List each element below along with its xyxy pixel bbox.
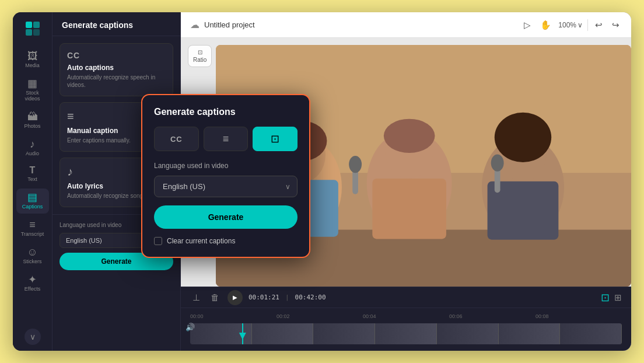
app-logo (22, 18, 43, 39)
play-icon: ▶ (233, 294, 237, 301)
panel-title: Generate captions (52, 12, 180, 36)
sidebar-more-button[interactable]: ∨ (24, 329, 41, 345)
ruler-mark-4: 00:08 (536, 313, 622, 319)
track-segment-2 (252, 323, 314, 344)
trim-tool-button[interactable]: ⊥ (190, 290, 202, 305)
svg-point-22 (495, 113, 551, 162)
timeline-track[interactable] (190, 323, 622, 344)
undo-button[interactable]: ↩ (593, 18, 605, 33)
zoom-selector[interactable]: 100% ∨ (558, 21, 583, 29)
topbar-controls: ▷ ✋ 100% ∨ ↩ ↪ (522, 18, 622, 33)
manual-captions-tab-icon: ≡ (223, 133, 229, 145)
captions-icon: ▤ (27, 192, 37, 203)
sidebar-item-stickers-label: Stickers (23, 259, 41, 265)
transcript-icon: ≡ (29, 219, 36, 230)
sidebar-item-transcript-label: Transcript (21, 232, 44, 238)
svg-rect-2 (26, 29, 32, 36)
modal-tab-auto[interactable]: CC (154, 127, 199, 151)
track-segment-6 (499, 323, 561, 344)
svg-point-19 (491, 155, 504, 172)
media-icon: 🖼 (27, 51, 38, 61)
sidebar-item-text[interactable]: T Text (16, 162, 49, 186)
auto-captions-icon: CC (67, 51, 166, 60)
total-time: 00:42:00 (295, 294, 326, 301)
track-segment-4 (375, 323, 437, 344)
timeline-ruler: 00:00 00:02 00:04 00:06 00:08 (190, 312, 622, 321)
svg-rect-0 (26, 22, 32, 28)
sidebar-item-captions[interactable]: ▤ Captions (16, 189, 49, 214)
auto-captions-card[interactable]: CC Auto captions Automatically recognize… (60, 43, 173, 96)
modal-tab-manual[interactable]: ≡ (204, 127, 249, 151)
timeline-controls: ⊥ 🗑 ▶ 00:01:21 | 00:42:00 ⊡ ⊞ (181, 287, 631, 308)
generate-captions-modal: Generate captions CC ≡ ⊡ Language used i… (141, 94, 310, 258)
sidebar-item-audio-label: Audio (26, 151, 39, 157)
redo-button[interactable]: ↪ (610, 18, 622, 33)
photos-icon: 🏔 (27, 111, 38, 122)
track-segment-3 (313, 323, 375, 344)
clear-captions-label: Clear current captions (167, 237, 235, 245)
play-button[interactable]: ▶ (228, 290, 243, 305)
timeline-needle (242, 323, 243, 344)
ruler-marks: 00:00 00:02 00:04 00:06 00:08 (190, 313, 622, 319)
ruler-mark-2: 00:04 (363, 313, 449, 319)
sidebar-item-effects-label: Effects (24, 287, 40, 292)
ruler-mark-3: 00:06 (449, 313, 536, 319)
topbar: ☁ Untitled project ▷ ✋ 100% ∨ ↩ ↪ (181, 12, 631, 38)
project-title: Untitled project (204, 20, 255, 29)
auto-captions-tab-icon: CC (170, 135, 183, 144)
modal-checkbox-row: Clear current captions (154, 237, 298, 245)
hand-tool-button[interactable]: ✋ (538, 18, 554, 33)
audio-icon: ♪ (30, 139, 35, 149)
sidebar-item-transcript[interactable]: ≡ Transcript (16, 216, 49, 241)
modal-lang-select-wrapper: English (US) ∨ (154, 176, 298, 197)
cloud-icon: ☁ (190, 19, 200, 30)
zoom-value: 100% (558, 21, 576, 29)
app-container: 🖼 Media ▦ Stockvideos 🏔 Photos ♪ Audio T… (13, 12, 631, 351)
modal-generate-button[interactable]: Generate (154, 205, 298, 229)
sidebar-item-text-label: Text (27, 177, 37, 183)
caption-track-button[interactable]: ⊡ (601, 291, 610, 304)
ratio-label: Ratio (193, 57, 206, 63)
sidebar-item-stickers[interactable]: ☺ Stickers (16, 243, 49, 268)
track-segment-7 (560, 323, 622, 344)
auto-captions-title: Auto captions (67, 64, 166, 72)
svg-rect-1 (33, 22, 40, 28)
sidebar-item-media-label: Media (25, 63, 40, 69)
topbar-divider (587, 19, 588, 31)
modal-tabs: CC ≡ ⊡ (154, 127, 298, 151)
sidebar-item-media[interactable]: 🖼 Media (16, 47, 49, 72)
smart-captions-tab-icon: ⊡ (271, 132, 279, 145)
timeline-track-area: 00:00 00:02 00:04 00:06 00:08 (181, 308, 631, 351)
sidebar-item-audio[interactable]: ♪ Audio (16, 135, 49, 160)
zoom-chevron-icon: ∨ (578, 21, 583, 29)
ruler-mark-0: 00:00 (190, 313, 276, 319)
timeline-right-controls: ⊡ ⊞ (601, 291, 622, 304)
svg-point-21 (384, 119, 435, 153)
sidebar: 🖼 Media ▦ Stockvideos 🏔 Photos ♪ Audio T… (13, 12, 52, 351)
chevron-down-icon: ∨ (30, 332, 36, 341)
title-area: ☁ Untitled project (190, 19, 516, 30)
split-audio-button[interactable]: ⊞ (614, 292, 622, 303)
sidebar-item-captions-label: Captions (22, 204, 43, 210)
volume-icon: 🔊 (186, 322, 195, 337)
effects-icon: ✦ (28, 274, 37, 285)
sidebar-item-photos[interactable]: 🏔 Photos (16, 108, 49, 133)
sidebar-item-stock-label: Stockvideos (24, 90, 40, 102)
cursor-tool-button[interactable]: ▷ (522, 18, 533, 33)
sidebar-item-photos-label: Photos (24, 124, 40, 130)
stickers-icon: ☺ (27, 247, 37, 257)
current-time: 00:01:21 (249, 294, 279, 301)
clear-captions-checkbox[interactable] (154, 237, 162, 245)
modal-tab-smart[interactable]: ⊡ (253, 127, 298, 151)
delete-clip-button[interactable]: 🗑 (208, 290, 222, 305)
sidebar-item-effects[interactable]: ✦ Effects (16, 271, 49, 296)
svg-rect-12 (372, 179, 446, 239)
stock-videos-icon: ▦ (27, 78, 37, 89)
modal-lang-select[interactable]: English (US) (154, 176, 298, 197)
modal-title: Generate captions (154, 107, 298, 117)
ratio-button[interactable]: ⊡ Ratio (188, 45, 212, 67)
text-icon: T (30, 166, 36, 175)
sidebar-item-stock-videos[interactable]: ▦ Stockvideos (16, 75, 49, 106)
track-segment-5 (437, 323, 499, 344)
auto-captions-desc: Automatically recognize speech in videos… (67, 74, 166, 89)
